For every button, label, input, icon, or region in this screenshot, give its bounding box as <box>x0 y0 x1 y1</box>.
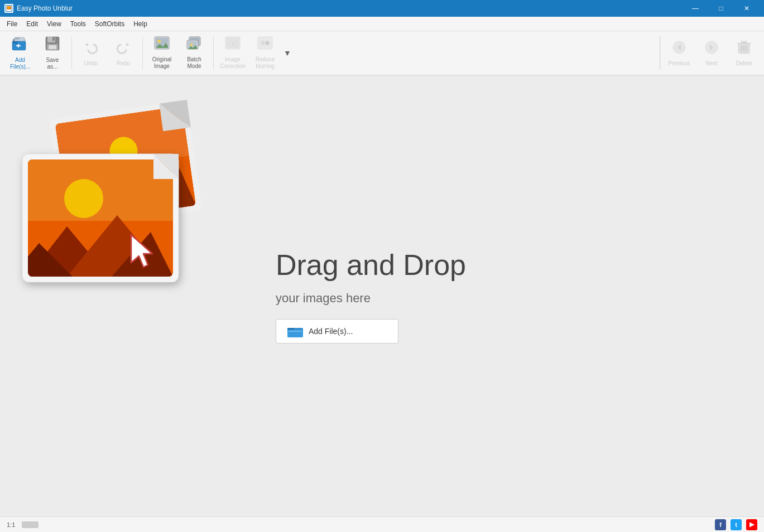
original-image-button[interactable]: OriginalImage <box>146 34 177 72</box>
separator-2 <box>142 36 143 70</box>
reduce-blurring-label: Reduceblurring <box>256 56 275 70</box>
separator-3 <box>213 36 214 70</box>
folder-icon <box>287 325 303 337</box>
twitter-button[interactable]: t <box>731 519 742 530</box>
drop-text-area: Drag and Drop your images here Add File(… <box>276 249 466 344</box>
main-content: Drag and Drop your images here Add File(… <box>0 76 764 516</box>
original-icon <box>154 36 170 54</box>
batch-icon <box>186 36 202 54</box>
svg-point-65 <box>64 179 103 218</box>
add-files-main-button[interactable]: Add File(s)... <box>276 319 398 344</box>
drop-zone[interactable]: Drag and Drop your images here Add File(… <box>298 249 466 344</box>
svg-rect-16 <box>49 45 56 49</box>
window-controls: — □ ✕ <box>683 0 760 17</box>
batch-mode-button[interactable]: BatchMode <box>179 34 210 72</box>
add-files-label: AddFile(s)... <box>10 57 30 70</box>
toolbar-right: Previous Next De <box>660 34 760 72</box>
reduce-blurring-button[interactable]: Reduceblurring <box>249 34 281 72</box>
svg-rect-14 <box>52 37 55 41</box>
svg-marker-17 <box>85 43 88 46</box>
svg-point-31 <box>230 43 232 45</box>
minimize-button[interactable]: — <box>683 0 708 17</box>
menu-tools[interactable]: Tools <box>66 19 90 29</box>
delete-label: Delete <box>736 60 752 66</box>
prev-icon <box>672 40 686 58</box>
menu-softorbits[interactable]: SoftOrbits <box>90 19 129 29</box>
next-button[interactable]: Next <box>696 34 727 72</box>
save-as-button[interactable]: Saveas... <box>37 34 68 72</box>
delete-button[interactable]: Delete <box>728 34 760 72</box>
svg-rect-9 <box>12 41 18 43</box>
window-title: Easy Photo Unblur <box>17 4 73 12</box>
redo-button[interactable]: Redo <box>108 34 139 72</box>
add-files-main-label: Add File(s)... <box>309 327 353 336</box>
app-icon <box>4 4 13 13</box>
batch-mode-label: BatchMode <box>187 56 201 70</box>
correction-icon <box>225 36 241 54</box>
add-file-icon <box>12 36 28 55</box>
drag-drop-title: Drag and Drop <box>276 249 466 282</box>
close-button[interactable]: ✕ <box>734 0 760 17</box>
redo-label: Redo <box>117 60 130 66</box>
zoom-indicator <box>22 521 39 528</box>
menu-view[interactable]: View <box>42 19 66 29</box>
undo-label: Undo <box>84 60 98 66</box>
svg-point-36 <box>261 41 265 45</box>
youtube-button[interactable]: ▶ <box>746 519 757 530</box>
next-label: Next <box>706 60 718 66</box>
previous-button[interactable]: Previous <box>664 34 695 72</box>
toolbar: AddFile(s)... Saveas... Undo <box>0 31 764 76</box>
menu-file[interactable]: File <box>2 19 22 29</box>
facebook-button[interactable]: f <box>715 519 726 530</box>
more-button[interactable]: ▼ <box>282 34 293 72</box>
menu-edit[interactable]: Edit <box>22 19 42 29</box>
svg-marker-18 <box>126 43 129 46</box>
separator-1 <box>71 36 72 70</box>
status-bar: 1:1 f t ▶ <box>0 516 764 532</box>
delete-icon <box>737 40 751 58</box>
svg-point-26 <box>190 43 193 46</box>
status-right: f t ▶ <box>715 519 757 530</box>
svg-point-38 <box>266 42 269 45</box>
title-bar-left: Easy Photo Unblur <box>4 4 73 13</box>
save-icon <box>45 36 60 55</box>
svg-rect-76 <box>289 331 302 332</box>
undo-icon <box>84 40 98 58</box>
reduce-icon <box>257 36 273 54</box>
previous-label: Previous <box>669 60 690 66</box>
undo-button[interactable]: Undo <box>75 34 107 72</box>
separator-right <box>660 36 660 70</box>
drag-drop-illustration <box>6 87 218 299</box>
status-left: 1:1 <box>7 521 39 528</box>
image-correction-button[interactable]: ImageCorrection <box>217 34 248 72</box>
add-files-button[interactable]: AddFile(s)... <box>4 34 36 72</box>
maximize-button[interactable]: □ <box>708 0 734 17</box>
svg-point-21 <box>157 40 161 43</box>
svg-rect-11 <box>16 45 21 46</box>
menu-help[interactable]: Help <box>129 19 152 29</box>
drag-drop-subtitle: your images here <box>276 291 466 306</box>
svg-point-3 <box>8 7 9 9</box>
title-bar: Easy Photo Unblur — □ ✕ <box>0 0 764 17</box>
redo-icon <box>116 40 131 58</box>
save-as-label: Saveas... <box>46 57 59 70</box>
original-image-label: OriginalImage <box>152 56 171 70</box>
zoom-level: 1:1 <box>7 521 15 528</box>
svg-point-33 <box>235 43 237 45</box>
next-icon <box>704 40 719 58</box>
svg-rect-7 <box>15 37 20 40</box>
menu-bar: File Edit View Tools SoftOrbits Help <box>0 17 764 31</box>
image-correction-label: ImageCorrection <box>220 56 246 70</box>
